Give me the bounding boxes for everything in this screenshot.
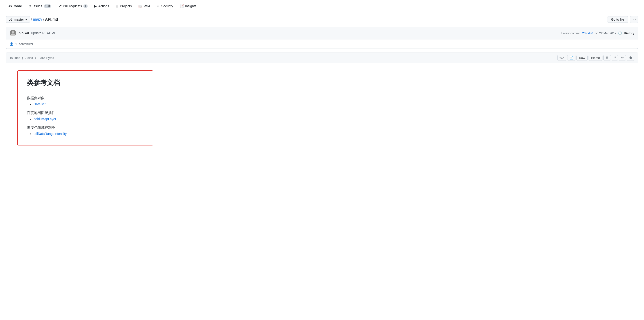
history-label: History xyxy=(624,31,634,35)
commit-date: on 22 Mar 2017 xyxy=(595,31,616,35)
nav-label-issues: Issues xyxy=(33,4,42,8)
contributor-row: 👤 1 contributor xyxy=(6,39,638,49)
avatar xyxy=(10,30,16,36)
md-section-0-list: DataSet xyxy=(27,102,144,106)
insights-icon: 📈 xyxy=(180,4,184,8)
file-actions: </> 📄 Raw Blame 🖥 ⑂ ✏ 🗑 xyxy=(557,55,634,61)
commit-left: hinikai update README xyxy=(10,30,56,36)
md-section-1-heading: 百度地图图层插件 xyxy=(27,111,144,115)
branch-selector[interactable]: ⎇ master ▾ xyxy=(6,16,30,23)
baidumaplayer-link[interactable]: baiduMapLayer xyxy=(34,117,56,121)
list-item: utilDataRangeIntensity xyxy=(34,132,144,136)
md-section-1-list: baiduMapLayer xyxy=(27,117,144,121)
nav-label-pull-requests: Pull requests xyxy=(63,4,82,8)
nav-label-code: Code xyxy=(14,4,22,8)
md-section-2-heading: 渐变色值域控制类 xyxy=(27,125,144,130)
nav-item-security[interactable]: 🛡 Security xyxy=(154,2,176,10)
nav-item-code[interactable]: <> Code xyxy=(6,2,25,10)
list-item: baiduMapLayer xyxy=(34,117,144,121)
commit-message: update README xyxy=(31,31,56,35)
code-view-icon[interactable]: </> xyxy=(557,55,566,61)
desktop-icon[interactable]: 🖥 xyxy=(603,55,611,61)
breadcrumb-separator-1: / xyxy=(31,17,32,21)
fork-icon[interactable]: ⑂ xyxy=(612,55,618,61)
projects-icon: ⊞ xyxy=(116,4,118,8)
util-link[interactable]: utilDataRangeIntensity xyxy=(34,132,67,136)
list-item: DataSet xyxy=(34,102,144,106)
nav-item-issues[interactable]: ⊙ Issues 123 xyxy=(26,2,54,10)
commit-hash[interactable]: 23fddc0 xyxy=(582,31,593,35)
wiki-icon: 📖 xyxy=(138,4,142,8)
edit-icon[interactable]: ✏ xyxy=(619,55,626,61)
file-info: 10 lines ( 7 sloc ) | 366 Bytes xyxy=(10,56,54,60)
file-header: 10 lines ( 7 sloc ) | 366 Bytes </> 📄 Ra… xyxy=(6,53,638,63)
breadcrumb-repo[interactable]: mapv xyxy=(33,17,42,21)
copy-icon[interactable]: 📄 xyxy=(567,55,576,61)
svg-point-2 xyxy=(11,33,15,36)
commit-row: hinikai update README Latest commit 23fd… xyxy=(6,27,638,39)
commit-latest-label: Latest commit xyxy=(561,31,580,35)
nav-item-wiki[interactable]: 📖 Wiki xyxy=(136,2,153,10)
file-view: 10 lines ( 7 sloc ) | 366 Bytes </> 📄 Ra… xyxy=(6,52,638,153)
blame-button[interactable]: Blame xyxy=(588,55,602,61)
clock-icon: 🕐 xyxy=(618,31,622,35)
file-size: 366 Bytes xyxy=(40,56,54,60)
branch-name: master xyxy=(14,17,24,21)
code-icon: <> xyxy=(8,4,12,8)
file-info-separator: | xyxy=(38,56,38,60)
nav-bar: <> Code ⊙ Issues 123 ⎇ Pull requests 1 ▶… xyxy=(0,0,644,12)
branch-icon: ⎇ xyxy=(9,17,12,21)
md-section-2-list: utilDataRangeIntensity xyxy=(27,132,144,136)
history-link[interactable]: History xyxy=(624,31,634,35)
actions-icon: ▶ xyxy=(94,4,97,8)
breadcrumb-row: ⎇ master ▾ / mapv / API.md Go to file ··… xyxy=(0,12,644,27)
nav-label-projects: Projects xyxy=(120,4,132,8)
file-sloc-value: 7 sloc xyxy=(25,56,33,60)
file-sloc-close: ) xyxy=(35,56,36,60)
contributor-label: contributor xyxy=(19,42,33,46)
commit-author: hinikai xyxy=(18,31,29,35)
pull-requests-badge: 1 xyxy=(84,4,88,8)
breadcrumb-file: API.md xyxy=(45,17,58,21)
md-section-0-heading: 数据集对象 xyxy=(27,96,144,100)
pull-requests-icon: ⎇ xyxy=(58,4,62,8)
go-to-file-button[interactable]: Go to file xyxy=(607,16,628,23)
markdown-box: 类参考文档 数据集对象 DataSet 百度地图图层插件 baiduMapLay… xyxy=(17,70,153,145)
file-sloc: ( xyxy=(22,56,23,60)
nav-item-insights[interactable]: 📈 Insights xyxy=(177,2,199,10)
issues-badge: 123 xyxy=(44,4,51,8)
security-icon: 🛡 xyxy=(156,4,160,8)
nav-item-pull-requests[interactable]: ⎇ Pull requests 1 xyxy=(55,2,91,10)
breadcrumb: ⎇ master ▾ / mapv / API.md xyxy=(6,16,58,23)
breadcrumb-separator-2: / xyxy=(43,17,44,21)
raw-button[interactable]: Raw xyxy=(576,55,588,61)
chevron-down-icon: ▾ xyxy=(25,17,27,21)
nav-label-security: Security xyxy=(161,4,173,8)
svg-point-1 xyxy=(12,31,14,33)
file-lines: 10 lines xyxy=(10,56,20,60)
issues-icon: ⊙ xyxy=(28,4,31,8)
dataset-link[interactable]: DataSet xyxy=(34,102,46,106)
nav-label-insights: Insights xyxy=(185,4,196,8)
delete-icon[interactable]: 🗑 xyxy=(627,55,634,61)
md-title: 类参考文档 xyxy=(27,78,144,91)
file-content: 类参考文档 数据集对象 DataSet 百度地图图层插件 baiduMapLay… xyxy=(6,63,638,153)
nav-item-actions[interactable]: ▶ Actions xyxy=(91,2,112,10)
more-options-button[interactable]: ··· xyxy=(630,16,638,23)
contributor-count: 1 xyxy=(15,42,17,46)
nav-label-actions: Actions xyxy=(98,4,109,8)
breadcrumb-actions: Go to file ··· xyxy=(607,16,638,23)
commit-right: Latest commit 23fddc0 on 22 Mar 2017 🕐 H… xyxy=(561,31,634,35)
nav-item-projects[interactable]: ⊞ Projects xyxy=(113,2,134,10)
nav-label-wiki: Wiki xyxy=(144,4,150,8)
contributor-icon: 👤 xyxy=(10,42,14,46)
